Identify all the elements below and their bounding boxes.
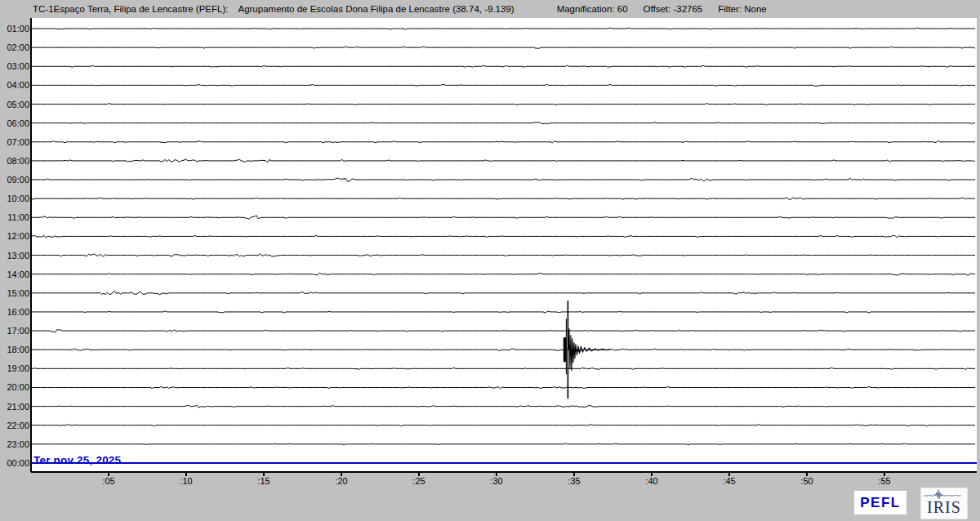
trace-row-19:00[interactable] <box>31 367 975 369</box>
hour-label: 03:00 <box>0 61 29 71</box>
trace-row-13:00[interactable] <box>31 254 975 257</box>
trace-row-18:00[interactable] <box>31 349 975 351</box>
trace-row-06:00[interactable] <box>31 122 975 124</box>
iris-logo-text: IRIS <box>927 499 961 515</box>
hour-label: 06:00 <box>0 118 29 128</box>
helicorder-traces[interactable] <box>0 0 980 521</box>
trace-row-04:00[interactable] <box>31 84 975 86</box>
minute-label: :10 <box>174 476 198 486</box>
minute-label: :45 <box>717 476 742 486</box>
trace-row-14:00[interactable] <box>31 273 975 275</box>
hour-label: 11:00 <box>0 212 29 222</box>
hour-label: 14:00 <box>0 269 29 279</box>
hour-label: 19:00 <box>0 363 29 373</box>
trace-row-11:00[interactable] <box>31 216 975 220</box>
minute-label: :25 <box>407 476 431 486</box>
hour-label: 16:00 <box>0 307 29 317</box>
trace-row-02:00[interactable] <box>31 47 975 48</box>
hour-label: 10:00 <box>0 194 29 203</box>
hour-label: 21:00 <box>0 402 29 412</box>
hour-label: 05:00 <box>0 100 29 109</box>
minute-label: :35 <box>562 476 586 486</box>
trace-row-08:00[interactable] <box>31 159 975 163</box>
trace-row-09:00[interactable] <box>31 178 975 181</box>
hour-label: 02:00 <box>0 42 29 52</box>
iris-logo: IRIS <box>920 488 968 519</box>
hour-label: 01:00 <box>0 24 29 33</box>
minute-label: :40 <box>639 476 664 486</box>
pefl-logo: PEFL <box>854 491 906 514</box>
minute-label: :15 <box>252 476 276 486</box>
hour-label: 04:00 <box>0 80 29 90</box>
current-date-label: Ter nov 25, 2025 <box>33 454 121 466</box>
trace-row-23:00[interactable] <box>31 443 975 445</box>
hour-label: 15:00 <box>0 288 29 298</box>
hour-label: 18:00 <box>0 345 29 354</box>
trace-row-21:00[interactable] <box>31 405 975 407</box>
trace-row-22:00[interactable] <box>31 425 975 426</box>
hour-label: 20:00 <box>0 382 29 392</box>
trace-row-15:00[interactable] <box>31 292 975 295</box>
jamaseis-window: TC-1Espaço Terra, Filipa de Lencastre (P… <box>0 0 980 521</box>
minute-label: :55 <box>872 476 897 486</box>
minute-label: :50 <box>795 476 819 486</box>
hour-label: 22:00 <box>0 421 29 430</box>
hour-label: 17:00 <box>0 326 29 336</box>
trace-row-12:00[interactable] <box>31 235 975 238</box>
hour-label: 07:00 <box>0 137 29 147</box>
trace-row-03:00[interactable] <box>31 65 975 67</box>
trace-row-20:00[interactable] <box>31 386 975 389</box>
minute-label: :05 <box>96 476 121 486</box>
hour-label: 13:00 <box>0 251 29 260</box>
trace-row-10:00[interactable] <box>31 198 975 199</box>
hour-label: 00:00 <box>0 458 29 468</box>
trace-row-05:00[interactable] <box>31 104 975 105</box>
minute-label: :20 <box>329 476 354 486</box>
pefl-logo-text: PEFL <box>860 495 900 511</box>
hour-label: 09:00 <box>0 175 29 185</box>
trace-row-07:00[interactable] <box>31 140 975 143</box>
hour-label: 08:00 <box>0 156 29 166</box>
trace-row-17:00[interactable] <box>31 330 975 333</box>
hour-label: 12:00 <box>0 231 29 241</box>
minute-label: :30 <box>484 476 509 486</box>
trace-row-16:00[interactable] <box>31 311 975 313</box>
hour-label: 23:00 <box>0 439 29 449</box>
trace-row-01:00[interactable] <box>31 28 975 29</box>
